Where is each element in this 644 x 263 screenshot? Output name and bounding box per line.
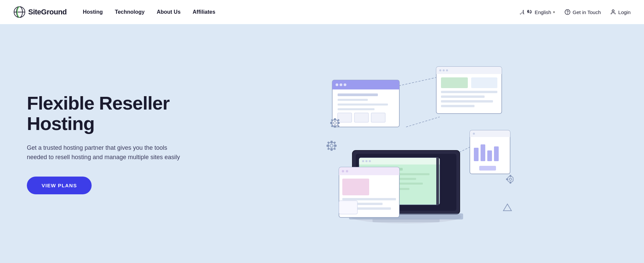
logo-link[interactable]: SiteGround bbox=[13, 6, 67, 18]
svg-rect-57 bbox=[509, 175, 511, 177]
svg-rect-91 bbox=[331, 141, 333, 143]
svg-point-5 bbox=[612, 10, 614, 12]
login-label: Login bbox=[618, 9, 631, 15]
svg-rect-88 bbox=[339, 201, 357, 214]
svg-point-69 bbox=[365, 160, 367, 162]
svg-rect-85 bbox=[342, 198, 396, 200]
svg-rect-78 bbox=[373, 219, 440, 222]
svg-rect-98 bbox=[333, 147, 336, 150]
svg-rect-60 bbox=[513, 178, 513, 180]
svg-rect-40 bbox=[441, 77, 468, 88]
translate-icon: 𝓐 bbox=[520, 9, 525, 16]
svg-rect-44 bbox=[441, 100, 493, 103]
navbar: SiteGround Hosting Technology About Us A… bbox=[0, 0, 644, 24]
svg-rect-92 bbox=[331, 148, 333, 151]
hero-content: Flexible Reseller Hosting Get a trusted … bbox=[27, 93, 201, 195]
svg-rect-52 bbox=[487, 150, 492, 161]
svg-point-49 bbox=[473, 133, 475, 135]
chevron-down-icon: ▾ bbox=[553, 10, 555, 14]
illustration-svg bbox=[305, 60, 513, 227]
svg-rect-95 bbox=[327, 141, 329, 143]
svg-line-8 bbox=[406, 117, 440, 127]
svg-point-37 bbox=[439, 69, 441, 71]
svg-point-82 bbox=[342, 170, 344, 172]
logo-icon bbox=[13, 6, 26, 18]
svg-rect-67 bbox=[359, 161, 440, 165]
svg-point-70 bbox=[369, 160, 371, 162]
svg-rect-42 bbox=[441, 91, 497, 93]
language-selector[interactable]: 𝓐 English ▾ bbox=[520, 9, 555, 16]
svg-rect-51 bbox=[481, 144, 485, 161]
svg-point-90 bbox=[330, 144, 333, 147]
nav-technology[interactable]: Technology bbox=[115, 9, 145, 15]
language-label: English bbox=[535, 9, 551, 15]
svg-point-16 bbox=[344, 83, 346, 86]
svg-rect-53 bbox=[494, 146, 499, 161]
svg-rect-43 bbox=[441, 95, 485, 98]
svg-rect-84 bbox=[342, 179, 369, 195]
svg-point-68 bbox=[362, 160, 364, 162]
svg-rect-23 bbox=[371, 113, 385, 122]
svg-rect-13 bbox=[332, 85, 399, 89]
svg-point-56 bbox=[509, 178, 511, 180]
svg-point-55 bbox=[507, 176, 513, 182]
svg-rect-93 bbox=[327, 145, 329, 147]
svg-rect-19 bbox=[338, 104, 388, 106]
svg-rect-94 bbox=[334, 145, 337, 147]
svg-rect-81 bbox=[339, 172, 399, 175]
translate-icon-svg bbox=[527, 9, 533, 15]
nav-right: 𝓐 English ▾ Get in Touch Login bbox=[520, 9, 631, 16]
hero-section: Flexible Reseller Hosting Get a trusted … bbox=[0, 24, 644, 263]
get-in-touch-link[interactable]: Get in Touch bbox=[564, 9, 601, 15]
svg-rect-17 bbox=[338, 93, 378, 96]
svg-rect-96 bbox=[333, 141, 336, 143]
svg-marker-61 bbox=[503, 204, 511, 211]
nav-affiliates[interactable]: Affiliates bbox=[193, 9, 215, 15]
svg-rect-59 bbox=[506, 178, 508, 180]
svg-rect-41 bbox=[471, 77, 497, 88]
svg-rect-20 bbox=[338, 108, 375, 110]
nav-links: Hosting Technology About Us Affiliates bbox=[83, 9, 520, 15]
hero-illustration bbox=[201, 60, 617, 227]
svg-rect-48 bbox=[470, 134, 510, 137]
view-plans-button[interactable]: VIEW PLANS bbox=[27, 177, 92, 194]
user-icon bbox=[610, 9, 616, 15]
svg-rect-97 bbox=[327, 147, 329, 150]
svg-rect-26 bbox=[334, 118, 336, 121]
svg-rect-54 bbox=[479, 166, 496, 171]
svg-rect-27 bbox=[334, 125, 336, 128]
svg-point-14 bbox=[336, 83, 338, 86]
svg-rect-45 bbox=[441, 105, 475, 107]
login-link[interactable]: Login bbox=[610, 9, 631, 15]
svg-point-15 bbox=[340, 83, 342, 86]
svg-rect-22 bbox=[354, 113, 368, 122]
svg-rect-18 bbox=[338, 99, 368, 101]
logo-text: SiteGround bbox=[28, 8, 67, 16]
question-circle-icon bbox=[564, 9, 571, 15]
svg-rect-29 bbox=[337, 122, 340, 124]
svg-point-83 bbox=[346, 170, 348, 172]
nav-hosting[interactable]: Hosting bbox=[83, 9, 103, 15]
svg-point-38 bbox=[443, 69, 445, 71]
svg-rect-28 bbox=[330, 122, 333, 124]
nav-about-us[interactable]: About Us bbox=[157, 9, 181, 15]
get-in-touch-label: Get in Touch bbox=[573, 9, 601, 15]
svg-rect-76 bbox=[436, 158, 439, 205]
hero-title: Flexible Reseller Hosting bbox=[27, 93, 201, 134]
svg-rect-36 bbox=[436, 71, 502, 74]
svg-rect-21 bbox=[338, 113, 352, 122]
svg-rect-58 bbox=[509, 182, 511, 184]
hero-subtitle: Get a trusted hosting partner that gives… bbox=[27, 143, 181, 162]
svg-point-39 bbox=[446, 69, 448, 71]
svg-rect-50 bbox=[474, 148, 479, 161]
